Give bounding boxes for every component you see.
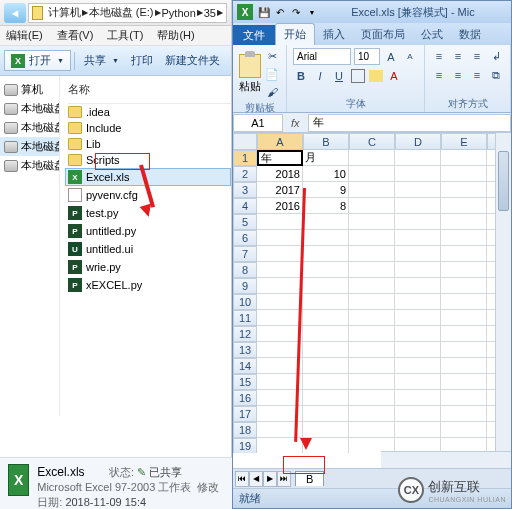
menu-view[interactable]: 查看(V): [57, 28, 94, 43]
row-header[interactable]: 10: [233, 294, 257, 310]
nav-item-drive-d[interactable]: 本地磁盘 (D:): [0, 118, 59, 137]
fx-icon[interactable]: fx: [283, 117, 308, 129]
merge-icon[interactable]: ⧉: [488, 67, 504, 83]
list-item[interactable]: .idea: [68, 104, 231, 120]
cell[interactable]: [303, 278, 349, 294]
crumb[interactable]: 本地磁盘 (E:): [89, 5, 154, 20]
cell[interactable]: [257, 326, 303, 342]
cell[interactable]: [303, 246, 349, 262]
tab-insert[interactable]: 插入: [315, 24, 353, 45]
tab-file[interactable]: 文件: [233, 25, 275, 45]
breadcrumb[interactable]: 计算机▶ 本地磁盘 (E:)▶ Python▶ 35▶: [28, 3, 227, 23]
cell[interactable]: [349, 342, 395, 358]
cell[interactable]: [395, 198, 441, 214]
font-size-select[interactable]: 10: [354, 48, 380, 65]
cell[interactable]: [349, 310, 395, 326]
list-item[interactable]: Puntitled.py: [68, 222, 231, 240]
cell[interactable]: [395, 150, 441, 166]
vertical-scrollbar[interactable]: [495, 133, 511, 468]
row-header[interactable]: 8: [233, 262, 257, 278]
cell[interactable]: [395, 326, 441, 342]
italic-button[interactable]: I: [312, 68, 328, 84]
cell[interactable]: [395, 278, 441, 294]
row-header[interactable]: 16: [233, 390, 257, 406]
cell[interactable]: [441, 198, 487, 214]
shrink-font-icon[interactable]: A: [402, 49, 418, 65]
cell[interactable]: [349, 294, 395, 310]
cell[interactable]: [349, 214, 395, 230]
cell[interactable]: [349, 246, 395, 262]
cell[interactable]: [257, 390, 303, 406]
scrollbar-thumb[interactable]: [498, 151, 509, 211]
row-header[interactable]: 13: [233, 342, 257, 358]
nav-item-computer[interactable]: 算机: [0, 80, 59, 99]
cell[interactable]: [349, 422, 395, 438]
cell[interactable]: [395, 310, 441, 326]
cell[interactable]: [349, 390, 395, 406]
list-item[interactable]: Ptest.py: [68, 204, 231, 222]
cell[interactable]: [395, 214, 441, 230]
column-header-name[interactable]: 名称: [68, 80, 231, 104]
cell[interactable]: 9: [303, 182, 349, 198]
tab-data[interactable]: 数据: [451, 24, 489, 45]
list-item[interactable]: Lib: [68, 136, 231, 152]
align-right-icon[interactable]: ≡: [469, 67, 485, 83]
cell[interactable]: [257, 230, 303, 246]
list-item[interactable]: Pwrie.py: [68, 258, 231, 276]
cell[interactable]: [441, 294, 487, 310]
grow-font-icon[interactable]: A: [383, 49, 399, 65]
cell[interactable]: [395, 390, 441, 406]
cell[interactable]: [395, 182, 441, 198]
cell[interactable]: [441, 246, 487, 262]
row-header[interactable]: 6: [233, 230, 257, 246]
col-header-d[interactable]: D: [395, 133, 441, 150]
cell[interactable]: [257, 406, 303, 422]
cell[interactable]: 2017: [257, 182, 303, 198]
print-button[interactable]: 打印: [125, 51, 159, 70]
cell[interactable]: [257, 278, 303, 294]
cell[interactable]: 2018: [257, 166, 303, 182]
nav-back-button[interactable]: ◄: [4, 3, 26, 23]
cell[interactable]: 年: [257, 150, 303, 166]
cell[interactable]: [349, 406, 395, 422]
cell[interactable]: [441, 214, 487, 230]
cell[interactable]: [349, 326, 395, 342]
cell[interactable]: [441, 342, 487, 358]
row-header[interactable]: 9: [233, 278, 257, 294]
cell[interactable]: [441, 182, 487, 198]
list-item[interactable]: Include: [68, 120, 231, 136]
cell[interactable]: [303, 230, 349, 246]
cell[interactable]: [303, 342, 349, 358]
sheet-nav-last[interactable]: ⏭: [277, 471, 291, 487]
cell[interactable]: [441, 310, 487, 326]
cell[interactable]: 月: [303, 150, 349, 166]
col-header-b[interactable]: B: [303, 133, 349, 150]
tab-layout[interactable]: 页面布局: [353, 24, 413, 45]
row-header[interactable]: 2: [233, 166, 257, 182]
cell[interactable]: [303, 326, 349, 342]
border-button[interactable]: [350, 68, 366, 84]
cell[interactable]: [441, 166, 487, 182]
cell[interactable]: [303, 422, 349, 438]
cell[interactable]: 10: [303, 166, 349, 182]
cell[interactable]: [349, 150, 395, 166]
cell[interactable]: [441, 150, 487, 166]
menu-edit[interactable]: 编辑(E): [6, 28, 43, 43]
cell[interactable]: [441, 374, 487, 390]
cell[interactable]: [349, 198, 395, 214]
list-item[interactable]: Scripts: [68, 152, 231, 168]
cell[interactable]: [349, 230, 395, 246]
cell[interactable]: [395, 246, 441, 262]
cell[interactable]: [303, 438, 349, 453]
cell[interactable]: [395, 422, 441, 438]
list-item[interactable]: Uuntitled.ui: [68, 240, 231, 258]
cell[interactable]: [349, 374, 395, 390]
tab-formula[interactable]: 公式: [413, 24, 451, 45]
cell[interactable]: [257, 294, 303, 310]
cell[interactable]: [395, 294, 441, 310]
cut-icon[interactable]: ✂: [264, 48, 280, 64]
cell[interactable]: [441, 422, 487, 438]
row-header[interactable]: 17: [233, 406, 257, 422]
cell[interactable]: [303, 310, 349, 326]
cell[interactable]: [257, 214, 303, 230]
